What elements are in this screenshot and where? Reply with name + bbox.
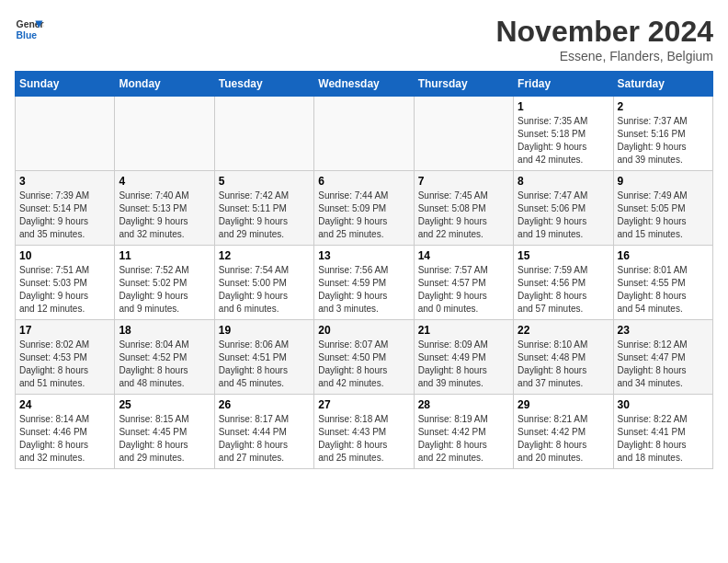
day-number: 20: [318, 324, 409, 337]
day-number: 19: [219, 324, 310, 337]
day-info: Sunrise: 7:57 AM Sunset: 4:57 PM Dayligh…: [418, 264, 509, 316]
week-row-2: 3Sunrise: 7:39 AM Sunset: 5:14 PM Daylig…: [16, 171, 713, 246]
calendar-table: SundayMondayTuesdayWednesdayThursdayFrid…: [15, 71, 713, 469]
calendar-cell: 14Sunrise: 7:57 AM Sunset: 4:57 PM Dayli…: [414, 246, 513, 320]
day-info: Sunrise: 8:02 AM Sunset: 4:53 PM Dayligh…: [19, 339, 110, 390]
page-header: General Blue November 2024 Essene, Fland…: [15, 15, 713, 63]
day-number: 4: [119, 175, 210, 188]
calendar-cell: 24Sunrise: 8:14 AM Sunset: 4:46 PM Dayli…: [16, 395, 115, 469]
location-subtitle: Essene, Flanders, Belgium: [495, 49, 713, 63]
day-number: 10: [19, 249, 110, 262]
calendar-cell: [115, 97, 214, 171]
day-info: Sunrise: 7:37 AM Sunset: 5:16 PM Dayligh…: [618, 115, 709, 167]
day-info: Sunrise: 8:21 AM Sunset: 4:42 PM Dayligh…: [518, 413, 609, 465]
day-number: 26: [219, 398, 310, 411]
day-info: Sunrise: 7:56 AM Sunset: 4:59 PM Dayligh…: [318, 264, 409, 316]
calendar-cell: 30Sunrise: 8:22 AM Sunset: 4:41 PM Dayli…: [613, 395, 712, 469]
calendar-cell: 2Sunrise: 7:37 AM Sunset: 5:16 PM Daylig…: [613, 97, 712, 171]
calendar-cell: 13Sunrise: 7:56 AM Sunset: 4:59 PM Dayli…: [314, 246, 414, 320]
day-number: 22: [518, 324, 609, 337]
day-info: Sunrise: 7:35 AM Sunset: 5:18 PM Dayligh…: [518, 115, 609, 167]
calendar-cell: 3Sunrise: 7:39 AM Sunset: 5:14 PM Daylig…: [16, 171, 115, 246]
day-info: Sunrise: 7:59 AM Sunset: 4:56 PM Dayligh…: [518, 264, 609, 316]
day-info: Sunrise: 8:01 AM Sunset: 4:55 PM Dayligh…: [618, 264, 709, 316]
calendar-cell: 18Sunrise: 8:04 AM Sunset: 4:52 PM Dayli…: [115, 320, 214, 395]
day-info: Sunrise: 7:42 AM Sunset: 5:11 PM Dayligh…: [219, 190, 310, 241]
day-info: Sunrise: 8:06 AM Sunset: 4:51 PM Dayligh…: [219, 339, 310, 390]
week-row-1: 1Sunrise: 7:35 AM Sunset: 5:18 PM Daylig…: [16, 97, 713, 171]
logo-icon: General Blue: [15, 15, 44, 44]
weekday-header-friday: Friday: [514, 72, 613, 97]
weekday-header-row: SundayMondayTuesdayWednesdayThursdayFrid…: [16, 72, 713, 97]
month-year-title: November 2024: [495, 15, 713, 49]
calendar-cell: 9Sunrise: 7:49 AM Sunset: 5:05 PM Daylig…: [613, 171, 712, 246]
calendar-cell: 11Sunrise: 7:52 AM Sunset: 5:02 PM Dayli…: [115, 246, 214, 320]
day-number: 24: [19, 398, 110, 411]
calendar-cell: 10Sunrise: 7:51 AM Sunset: 5:03 PM Dayli…: [16, 246, 115, 320]
calendar-cell: 17Sunrise: 8:02 AM Sunset: 4:53 PM Dayli…: [16, 320, 115, 395]
calendar-cell: [414, 97, 513, 171]
day-info: Sunrise: 7:52 AM Sunset: 5:02 PM Dayligh…: [119, 264, 210, 316]
calendar-cell: [214, 97, 313, 171]
day-info: Sunrise: 7:45 AM Sunset: 5:08 PM Dayligh…: [418, 190, 509, 241]
day-info: Sunrise: 7:54 AM Sunset: 5:00 PM Dayligh…: [219, 264, 310, 316]
calendar-cell: 26Sunrise: 8:17 AM Sunset: 4:44 PM Dayli…: [214, 395, 313, 469]
day-info: Sunrise: 8:17 AM Sunset: 4:44 PM Dayligh…: [219, 413, 310, 465]
week-row-3: 10Sunrise: 7:51 AM Sunset: 5:03 PM Dayli…: [16, 246, 713, 320]
weekday-header-monday: Monday: [115, 72, 214, 97]
calendar-cell: 28Sunrise: 8:19 AM Sunset: 4:42 PM Dayli…: [414, 395, 513, 469]
calendar-cell: 8Sunrise: 7:47 AM Sunset: 5:06 PM Daylig…: [514, 171, 613, 246]
day-info: Sunrise: 8:18 AM Sunset: 4:43 PM Dayligh…: [318, 413, 409, 465]
day-info: Sunrise: 7:51 AM Sunset: 5:03 PM Dayligh…: [19, 264, 110, 316]
weekday-header-wednesday: Wednesday: [314, 72, 414, 97]
day-number: 29: [518, 398, 609, 411]
calendar-cell: 20Sunrise: 8:07 AM Sunset: 4:50 PM Dayli…: [314, 320, 414, 395]
logo: General Blue: [15, 15, 44, 44]
day-info: Sunrise: 7:39 AM Sunset: 5:14 PM Dayligh…: [19, 190, 110, 241]
calendar-cell: 4Sunrise: 7:40 AM Sunset: 5:13 PM Daylig…: [115, 171, 214, 246]
calendar-cell: 12Sunrise: 7:54 AM Sunset: 5:00 PM Dayli…: [214, 246, 313, 320]
day-number: 12: [219, 249, 310, 262]
day-number: 3: [19, 175, 110, 188]
calendar-cell: 1Sunrise: 7:35 AM Sunset: 5:18 PM Daylig…: [514, 97, 613, 171]
day-info: Sunrise: 7:44 AM Sunset: 5:09 PM Dayligh…: [318, 190, 409, 241]
day-info: Sunrise: 8:09 AM Sunset: 4:49 PM Dayligh…: [418, 339, 509, 390]
day-number: 23: [618, 324, 709, 337]
calendar-cell: 22Sunrise: 8:10 AM Sunset: 4:48 PM Dayli…: [514, 320, 613, 395]
day-info: Sunrise: 8:10 AM Sunset: 4:48 PM Dayligh…: [518, 339, 609, 390]
day-number: 17: [19, 324, 110, 337]
day-number: 2: [618, 100, 709, 113]
day-number: 8: [518, 175, 609, 188]
calendar-cell: 15Sunrise: 7:59 AM Sunset: 4:56 PM Dayli…: [514, 246, 613, 320]
day-info: Sunrise: 7:49 AM Sunset: 5:05 PM Dayligh…: [618, 190, 709, 241]
calendar-cell: 27Sunrise: 8:18 AM Sunset: 4:43 PM Dayli…: [314, 395, 414, 469]
day-info: Sunrise: 8:12 AM Sunset: 4:47 PM Dayligh…: [618, 339, 709, 390]
day-number: 18: [119, 324, 210, 337]
day-number: 14: [418, 249, 509, 262]
day-number: 7: [418, 175, 509, 188]
day-info: Sunrise: 7:40 AM Sunset: 5:13 PM Dayligh…: [119, 190, 210, 241]
day-info: Sunrise: 8:15 AM Sunset: 4:45 PM Dayligh…: [119, 413, 210, 465]
day-info: Sunrise: 8:04 AM Sunset: 4:52 PM Dayligh…: [119, 339, 210, 390]
day-number: 27: [318, 398, 409, 411]
svg-text:Blue: Blue: [17, 30, 38, 40]
day-number: 5: [219, 175, 310, 188]
day-number: 15: [518, 249, 609, 262]
weekday-header-sunday: Sunday: [16, 72, 115, 97]
calendar-cell: 6Sunrise: 7:44 AM Sunset: 5:09 PM Daylig…: [314, 171, 414, 246]
weekday-header-tuesday: Tuesday: [214, 72, 313, 97]
day-number: 21: [418, 324, 509, 337]
calendar-cell: [16, 97, 115, 171]
day-number: 16: [618, 249, 709, 262]
day-number: 25: [119, 398, 210, 411]
day-info: Sunrise: 8:22 AM Sunset: 4:41 PM Dayligh…: [618, 413, 709, 465]
calendar-cell: [314, 97, 414, 171]
calendar-cell: 19Sunrise: 8:06 AM Sunset: 4:51 PM Dayli…: [214, 320, 313, 395]
day-info: Sunrise: 7:47 AM Sunset: 5:06 PM Dayligh…: [518, 190, 609, 241]
title-section: November 2024 Essene, Flanders, Belgium: [495, 15, 713, 63]
calendar-cell: 7Sunrise: 7:45 AM Sunset: 5:08 PM Daylig…: [414, 171, 513, 246]
calendar-cell: 25Sunrise: 8:15 AM Sunset: 4:45 PM Dayli…: [115, 395, 214, 469]
calendar-cell: 23Sunrise: 8:12 AM Sunset: 4:47 PM Dayli…: [613, 320, 712, 395]
day-number: 28: [418, 398, 509, 411]
day-number: 1: [518, 100, 609, 113]
